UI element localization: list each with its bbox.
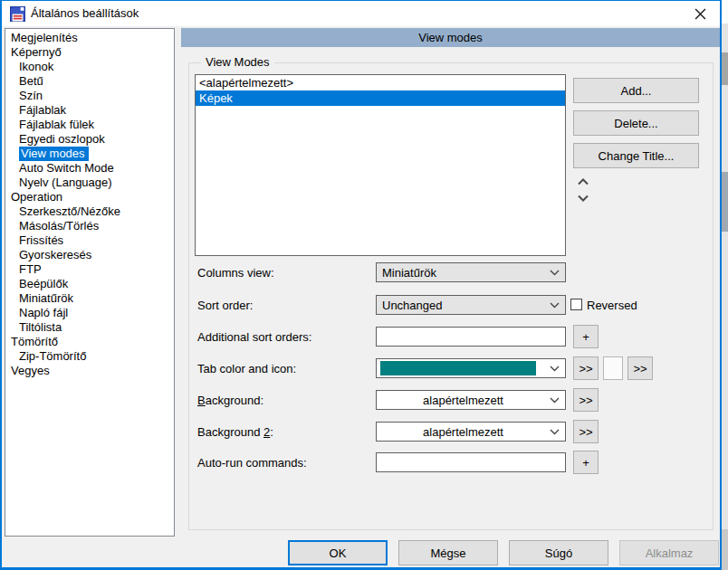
chevron-up-icon (578, 178, 589, 185)
tree-item-label: View modes (19, 147, 89, 161)
tree-item[interactable]: Miniatűrök (5, 291, 174, 306)
chevron-down-icon (550, 429, 560, 435)
background2-more-button[interactable]: >> (573, 420, 599, 443)
background2-select[interactable]: alapértelmezett (376, 422, 566, 442)
tab-icon-preview (603, 356, 623, 380)
background2-label: Background 2: (197, 425, 273, 440)
tree-item-label: Operation (11, 190, 62, 204)
sort-order-label: Sort order: (197, 299, 253, 313)
tab-color-swatch (380, 361, 536, 375)
background-scrollbar-thumb (722, 172, 728, 232)
ok-button[interactable]: OK (288, 540, 388, 565)
autorun-label: Auto-run commands: (197, 456, 307, 470)
tree-item[interactable]: Ikonok (5, 60, 174, 74)
tree-item-label: Zip-Tömörítő (19, 349, 86, 363)
help-button[interactable]: Súgó (509, 540, 608, 565)
tree-item-label: Miniatűrök (19, 291, 73, 305)
settings-tree: Megjelenítés Képernyő Ikonok Betű Szín F… (5, 28, 175, 537)
tree-item-label: Gyorskeresés (19, 248, 91, 261)
background-label: Background: (197, 394, 263, 408)
sort-order-select[interactable]: Unchanged (376, 295, 566, 315)
tree-item[interactable]: Képernyő (5, 45, 174, 60)
tab-icon-more-button[interactable]: >> (627, 356, 653, 380)
tree-item-label: Fájlablak fülek (19, 118, 94, 131)
tree-item-label: Fájlablak (19, 103, 66, 117)
tree-item[interactable]: Vegyes (5, 364, 174, 378)
tree-item[interactable]: Szín (5, 89, 174, 103)
columns-view-label: Columns view: (197, 266, 274, 280)
tree-item[interactable]: View modes (5, 147, 174, 161)
chevron-down-icon (550, 302, 560, 309)
move-down-button[interactable] (576, 192, 590, 204)
cancel-button[interactable]: Mégse (398, 540, 498, 565)
tree-item[interactable]: Megjelenítés (5, 31, 174, 45)
apply-button[interactable]: Alkalmaz (619, 540, 719, 565)
tree-item-label: FTP (19, 262, 42, 276)
tree-item[interactable]: Tiltólista (5, 320, 174, 335)
delete-button[interactable]: Delete... (573, 110, 699, 136)
view-mode-label: <alapértelmezett> (199, 76, 293, 90)
change-title-button[interactable]: Change Title... (573, 143, 699, 168)
columns-view-select[interactable]: Miniatűrök (376, 262, 566, 282)
tab-color-label: Tab color and icon: (197, 362, 296, 376)
tree-item-label: Napló fájl (19, 306, 68, 319)
tree-item[interactable]: FTP (5, 262, 174, 277)
tree-item-label: Beépülők (19, 277, 68, 290)
reversed-checkbox[interactable] (570, 299, 582, 310)
tree-item-label: Auto Switch Mode (19, 161, 114, 175)
tree-item[interactable]: Auto Switch Mode (5, 161, 174, 176)
move-up-button[interactable] (576, 176, 590, 188)
close-button[interactable] (679, 2, 721, 26)
app-floppy-icon (10, 6, 25, 22)
tree-item[interactable]: Gyorskeresés (5, 248, 174, 262)
tree-item[interactable]: Tömörítő (5, 335, 174, 349)
tree-item[interactable]: Beépülők (5, 277, 174, 291)
tree-item-label: Tömörítő (11, 335, 58, 348)
tree-item[interactable]: Egyedi oszlopok (5, 132, 174, 147)
tree-item-label: Képernyő (11, 45, 62, 59)
add-button[interactable]: Add... (573, 78, 699, 103)
tree-item[interactable]: Fájlablak fülek (5, 118, 174, 132)
tree-item[interactable]: Frissítés (5, 233, 174, 248)
additional-sort-add-button[interactable]: + (573, 325, 599, 348)
view-mode-list-item[interactable]: <alapértelmezett> (196, 75, 565, 90)
tab-color-more-button[interactable]: >> (573, 356, 599, 380)
background-window-sliver (722, 0, 728, 570)
tree-item[interactable]: Nyelv (Language) (5, 176, 174, 190)
tree-item-label: Nyelv (Language) (19, 176, 112, 189)
tree-item-label: Vegyes (11, 364, 50, 377)
tree-item-label: Betű (19, 74, 43, 88)
tree-item[interactable]: Szerkesztő/Nézőke (5, 204, 174, 219)
additional-sort-label: Additional sort orders: (197, 330, 311, 345)
background-select[interactable]: alapértelmezett (376, 390, 566, 410)
background-more-button[interactable]: >> (573, 388, 599, 412)
tree-item-label: Szín (19, 89, 43, 102)
sliver-segment (722, 52, 728, 85)
tree-item[interactable]: Napló fájl (5, 306, 174, 320)
tree-item[interactable]: Zip-Tömörítő (5, 349, 174, 364)
autorun-input[interactable] (376, 452, 566, 472)
chevron-down-icon (550, 270, 560, 276)
page-header: View modes (181, 28, 720, 47)
chevron-down-icon (550, 397, 560, 404)
sliver-bottom (722, 529, 728, 570)
view-mode-label: Képek (199, 91, 233, 105)
additional-sort-input[interactable] (376, 327, 566, 347)
autorun-add-button[interactable]: + (573, 451, 599, 474)
window-title: Általános beállítások (31, 1, 139, 26)
reversed-label[interactable]: Reversed (587, 299, 637, 313)
tree-item-label: Tiltólista (19, 320, 62, 334)
tree-item[interactable]: Betű (5, 74, 174, 89)
view-mode-list-item[interactable]: Képek (196, 90, 565, 106)
tree-item[interactable]: Másolás/Törlés (5, 219, 174, 233)
view-modes-listbox[interactable]: <alapértelmezett> Képek (195, 74, 566, 256)
close-icon (694, 8, 706, 20)
tree-item-label: Ikonok (19, 60, 53, 73)
tree-item-label: Megjelenítés (11, 31, 78, 44)
groupbox-title: View Modes (201, 56, 274, 69)
tree-item[interactable]: Operation (5, 190, 174, 204)
tab-color-select[interactable] (376, 358, 566, 378)
tree-item-label: Másolás/Törlés (19, 219, 99, 233)
title-bar: Általános beállítások (2, 1, 720, 26)
tree-item[interactable]: Fájlablak (5, 103, 174, 118)
